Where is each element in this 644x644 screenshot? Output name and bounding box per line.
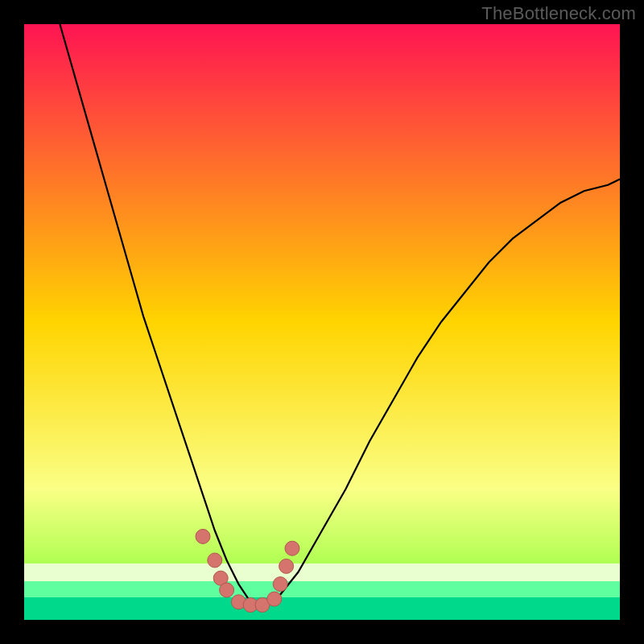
bottleneck-chart	[0, 0, 644, 644]
curve-marker	[267, 592, 282, 606]
watermark-text: TheBottleneck.com	[481, 3, 636, 24]
curve-marker	[285, 541, 299, 555]
curve-marker	[196, 529, 210, 543]
curve-marker	[279, 559, 294, 573]
curve-marker	[273, 577, 287, 592]
green-band-mint	[24, 581, 620, 597]
green-band-light	[24, 564, 620, 581]
green-band-teal	[24, 597, 620, 620]
curve-marker	[208, 553, 222, 568]
chart-frame: { "watermark": "TheBottleneck.com", "col…	[0, 0, 644, 644]
curve-marker	[220, 583, 234, 597]
